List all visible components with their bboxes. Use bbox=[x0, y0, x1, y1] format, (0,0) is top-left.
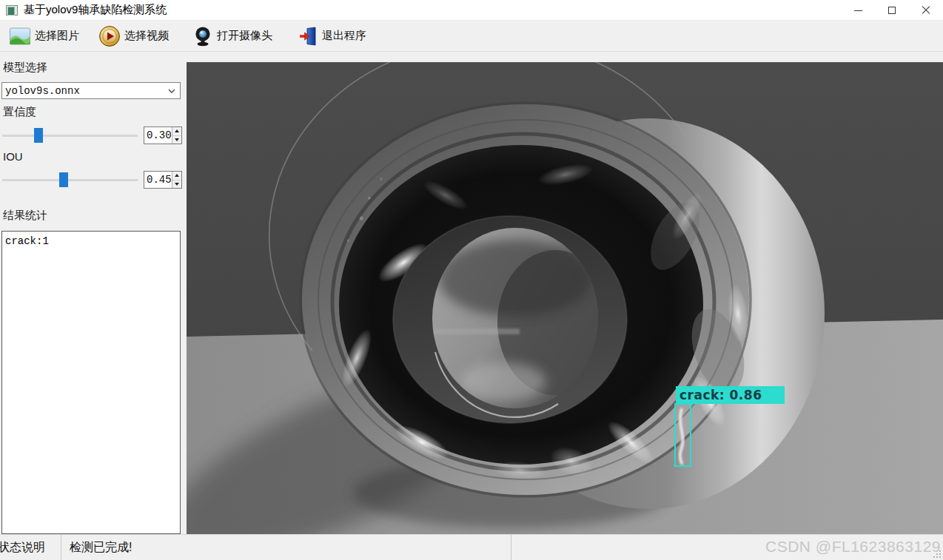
iou-spin-up[interactable] bbox=[172, 172, 181, 181]
iou-value: 0.45 bbox=[144, 172, 172, 188]
open-camera-button[interactable]: 打开摄像头 bbox=[188, 23, 277, 50]
close-button[interactable] bbox=[909, 0, 943, 21]
confidence-slider[interactable] bbox=[1, 126, 138, 144]
confidence-value: 0.30 bbox=[144, 127, 172, 144]
image-icon bbox=[9, 26, 31, 47]
spin-up-icon bbox=[175, 129, 179, 132]
results-textarea[interactable]: crack:1 bbox=[1, 231, 181, 534]
model-select-dropdown[interactable]: yolov9s.onnx bbox=[1, 82, 181, 99]
model-select-value: yolov9s.onnx bbox=[2, 85, 164, 97]
window-title: 基于yolov9轴承缺陷检测系统 bbox=[24, 3, 167, 17]
webcam-icon bbox=[192, 26, 213, 47]
toolbar: 选择图片 选择视频 bbox=[0, 21, 943, 52]
spin-up-icon bbox=[175, 174, 179, 177]
window-controls bbox=[841, 0, 943, 21]
spin-down-icon bbox=[175, 183, 179, 186]
app-window: 基于yolov9轴承缺陷检测系统 选择图片 bbox=[0, 0, 943, 560]
iou-spinbox[interactable]: 0.45 bbox=[144, 171, 182, 189]
confidence-label: 置信度 bbox=[3, 105, 36, 119]
titlebar: 基于yolov9轴承缺陷检测系统 bbox=[0, 0, 943, 21]
iou-spin-down[interactable] bbox=[172, 181, 181, 189]
spin-down-icon bbox=[175, 138, 179, 141]
confidence-row: 0.30 bbox=[1, 126, 182, 144]
play-icon bbox=[98, 25, 121, 47]
exit-program-label: 退出程序 bbox=[322, 29, 366, 43]
select-image-button[interactable]: 选择图片 bbox=[4, 23, 84, 50]
confidence-spin-down[interactable] bbox=[172, 136, 181, 144]
confidence-spin-up[interactable] bbox=[172, 127, 181, 136]
confidence-slider-handle[interactable] bbox=[34, 128, 43, 143]
watermark-text: CSDN @FL1623863129 bbox=[765, 538, 941, 556]
app-icon bbox=[6, 5, 18, 16]
statusbar: 状态说明 检测已完成! CSDN @FL1623863129 bbox=[0, 534, 943, 560]
results-label: 结果统计 bbox=[3, 209, 47, 223]
select-video-button[interactable]: 选择视频 bbox=[94, 23, 173, 50]
select-image-label: 选择图片 bbox=[35, 29, 79, 43]
select-video-label: 选择视频 bbox=[124, 29, 169, 43]
status-message: 检测已完成! bbox=[70, 540, 132, 556]
iou-slider-track[interactable] bbox=[2, 179, 138, 181]
status-separator bbox=[511, 535, 511, 560]
minimize-icon bbox=[854, 10, 862, 11]
open-camera-label: 打开摄像头 bbox=[217, 29, 272, 43]
content: 模型选择 yolov9s.onnx 置信度 0.30 bbox=[0, 52, 943, 534]
iou-slider-handle[interactable] bbox=[59, 172, 68, 187]
sidebar: 模型选择 yolov9s.onnx 置信度 0.30 bbox=[0, 52, 187, 534]
iou-row: 0.45 bbox=[1, 171, 182, 189]
maximize-button[interactable] bbox=[875, 0, 909, 21]
status-separator bbox=[61, 535, 61, 560]
detection-image: crack: 0.86 bbox=[187, 62, 943, 534]
bearing-scene bbox=[187, 62, 943, 534]
chevron-down-icon bbox=[164, 83, 180, 98]
close-icon bbox=[922, 6, 930, 15]
detection-label: crack: 0.86 bbox=[676, 386, 785, 404]
iou-slider[interactable] bbox=[1, 171, 138, 189]
resize-grip[interactable] bbox=[932, 549, 942, 559]
status-label: 状态说明 bbox=[0, 540, 45, 556]
confidence-slider-track[interactable] bbox=[2, 135, 138, 137]
minimize-button[interactable] bbox=[841, 0, 875, 21]
model-select-label: 模型选择 bbox=[3, 61, 47, 75]
iou-spin-buttons bbox=[172, 172, 181, 188]
confidence-spin-buttons bbox=[172, 127, 181, 144]
detection-bounding-box bbox=[674, 403, 691, 467]
maximize-icon bbox=[888, 7, 896, 14]
iou-label: IOU bbox=[3, 150, 23, 163]
exit-door-icon bbox=[298, 26, 318, 47]
exit-program-button[interactable]: 退出程序 bbox=[293, 23, 371, 50]
confidence-spinbox[interactable]: 0.30 bbox=[144, 126, 182, 144]
